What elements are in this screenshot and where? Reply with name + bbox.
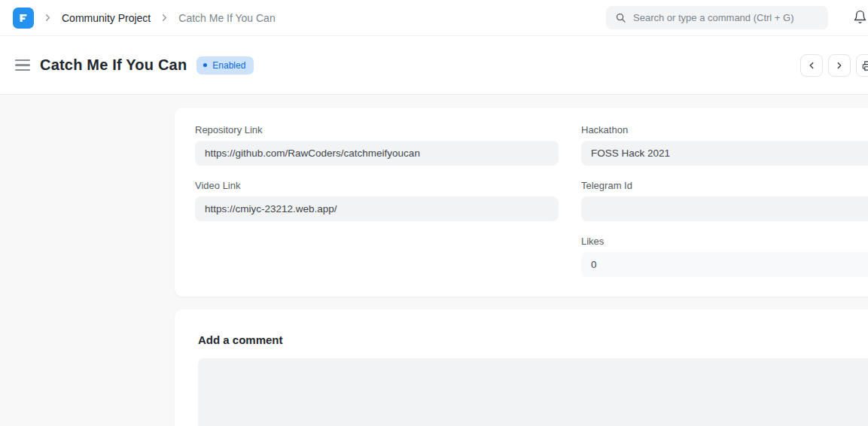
search-input[interactable] [633, 12, 819, 23]
status-badge: Enabled [196, 56, 254, 75]
comment-section-heading: Add a comment [198, 333, 868, 346]
status-badge-label: Enabled [212, 61, 245, 70]
video-link-field: Video Link [195, 180, 559, 221]
search-icon [615, 12, 626, 23]
chevron-right-icon [42, 12, 53, 23]
hackathon-input[interactable] [581, 141, 868, 166]
telegram-id-field: Telegram Id [581, 180, 868, 221]
page-header: Catch Me If You Can Enabled [0, 36, 868, 95]
repository-link-field: Repository Link [195, 124, 559, 166]
field-label: Repository Link [195, 124, 559, 135]
field-label: Video Link [195, 180, 559, 191]
previous-document-button[interactable] [800, 54, 823, 77]
sidebar-toggle-button[interactable] [14, 56, 32, 74]
field-label: Likes [581, 236, 868, 247]
form-section-card: Repository Link Video Link Hackathon Tel… [175, 108, 868, 297]
notifications-button[interactable] [853, 10, 867, 24]
top-navbar: Community Project Catch Me If You Can [0, 0, 868, 36]
breadcrumb-item-community-project[interactable]: Community Project [62, 12, 151, 24]
global-search[interactable] [606, 6, 828, 29]
form-column-right: Hackathon Telegram Id Likes [581, 124, 868, 277]
video-link-input[interactable] [195, 196, 559, 221]
form-layout: Repository Link Video Link Hackathon Tel… [175, 108, 868, 426]
telegram-id-input[interactable] [581, 196, 868, 221]
field-label: Telegram Id [581, 180, 868, 191]
hackathon-field: Hackathon [581, 124, 868, 166]
status-dot-icon [203, 63, 207, 67]
header-actions [800, 54, 868, 77]
print-button[interactable] [856, 54, 868, 77]
chevron-right-icon [834, 60, 845, 71]
printer-icon [862, 60, 868, 72]
content-area: Repository Link Video Link Hackathon Tel… [0, 96, 868, 426]
breadcrumb-item-current[interactable]: Catch Me If You Can [178, 12, 275, 24]
page-title: Catch Me If You Can [40, 56, 187, 74]
bell-icon [853, 10, 867, 24]
comment-section-card: Add a comment [175, 309, 868, 426]
app-logo[interactable] [13, 8, 34, 29]
comment-input[interactable] [198, 358, 868, 426]
field-label: Hackathon [581, 124, 868, 135]
frappe-logo-icon [17, 12, 29, 24]
likes-input[interactable] [581, 252, 868, 277]
breadcrumb: Community Project Catch Me If You Can [13, 8, 276, 29]
likes-field: Likes [581, 236, 868, 277]
next-document-button[interactable] [828, 54, 851, 77]
chevron-left-icon [806, 60, 817, 71]
repository-link-input[interactable] [195, 141, 559, 166]
chevron-right-icon [159, 12, 170, 23]
form-column-left: Repository Link Video Link [195, 124, 559, 277]
